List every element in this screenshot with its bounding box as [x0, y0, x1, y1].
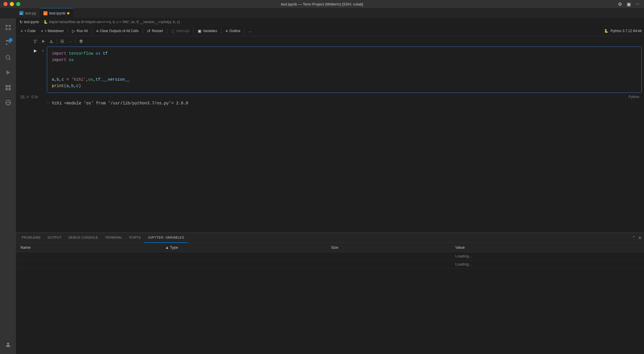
- loading-name-2: [16, 260, 161, 268]
- kernel-label: Python 3.7.12 64-bit: [611, 29, 642, 33]
- plus-icon: +: [21, 29, 23, 33]
- restart-button[interactable]: ↺ Restart: [145, 28, 166, 34]
- more-button[interactable]: ...: [246, 28, 254, 34]
- cell-wrapper: ▶ ▾ import tensorflow as tf: [32, 47, 642, 93]
- cell-run-btn[interactable]: [40, 38, 47, 45]
- svg-rect-14: [60, 42, 64, 43]
- cell-split-btn[interactable]: [59, 38, 66, 45]
- activity-item-remote[interactable]: [1, 96, 15, 110]
- tab-test-py[interactable]: py test.py: [16, 8, 40, 18]
- loading-size-1: [326, 252, 451, 260]
- add-code-button[interactable]: + + Code: [18, 28, 38, 34]
- cell-run-button[interactable]: ▶: [32, 47, 39, 54]
- svg-rect-8: [8, 85, 10, 87]
- panel-tab-problems[interactable]: PROBLEMS: [18, 233, 44, 243]
- panel-tab-terminal[interactable]: TERMINAL: [102, 233, 126, 243]
- code-cell-container: ▶ ▾ import tensorflow as tf: [16, 47, 644, 93]
- activity-item-search[interactable]: [1, 51, 15, 64]
- toolbar-separator-5: [193, 28, 194, 34]
- code-line-6: print ( a , b , c ): [52, 83, 637, 89]
- notebook-area: ··· ▶ ▾ import: [16, 36, 644, 233]
- activity-item-run[interactable]: [1, 66, 15, 80]
- arg-a: a: [66, 83, 69, 89]
- cell-run-above-btn[interactable]: [32, 38, 39, 45]
- cell-run-below-btn[interactable]: [48, 38, 55, 45]
- col-name[interactable]: Name: [16, 243, 161, 252]
- toolbar-separator-1: [68, 28, 68, 34]
- panel-area: PROBLEMS OUTPUT DEBUG CONSOLE TERMINAL P…: [16, 233, 644, 354]
- cell-success-icon: ✓: [26, 95, 30, 99]
- panel-close-icon[interactable]: ✕: [638, 235, 642, 241]
- code-line-2: import os: [52, 57, 637, 63]
- cell-status-bar: [3] ✓ 0.2s Python: [16, 94, 644, 100]
- breadcrumb-notebook[interactable]: test.ipynb: [24, 20, 39, 24]
- variables-table: Name ▲ Type Size Value: [16, 243, 644, 268]
- minimize-button[interactable]: [10, 2, 14, 6]
- source-control-badge: 1: [9, 38, 13, 42]
- panel-tabs: PROBLEMS OUTPUT DEBUG CONSOLE TERMINAL P…: [16, 233, 644, 243]
- cell-language: Python: [629, 95, 639, 99]
- fn-print: print: [52, 83, 64, 89]
- markdown-plus-icon: +: [41, 29, 43, 33]
- cell-tool-sep-2: [76, 39, 76, 44]
- panel-tab-output[interactable]: OUTPUT: [44, 233, 65, 243]
- tab-label-test-ipynb: test.ipynb: [49, 11, 65, 15]
- activity-item-explorer[interactable]: [1, 21, 15, 34]
- panel-tab-debug[interactable]: DEBUG CONSOLE: [65, 233, 101, 243]
- outline-button[interactable]: ≡ Outline: [223, 28, 243, 34]
- loading-size-2: [326, 260, 451, 268]
- more-icon[interactable]: ···: [636, 1, 639, 7]
- col-type[interactable]: ▲ Type: [161, 243, 326, 252]
- activity-item-extensions[interactable]: [1, 81, 15, 95]
- col-value[interactable]: Value: [451, 243, 644, 252]
- tab-bar: py test.py nb test.ipynb: [0, 8, 644, 18]
- layout-icon[interactable]: ▣: [627, 1, 631, 7]
- panel-tab-jupyter-variables[interactable]: JUPYTER: VARIABLES: [144, 233, 188, 243]
- arg-c: c: [76, 83, 78, 89]
- clear-outputs-button[interactable]: ≡ Clear Outputs of All Cells: [94, 28, 141, 34]
- breadcrumb: ↻ test.ipynb › 🐍 import tensorflow as tf…: [16, 18, 644, 26]
- svg-rect-13: [60, 40, 64, 40]
- activity-item-source-control[interactable]: 1: [1, 36, 15, 49]
- svg-rect-10: [8, 88, 10, 90]
- panel-collapse-icon[interactable]: ⌃: [632, 235, 636, 241]
- variables-panel: Name ▲ Type Size Value: [16, 243, 644, 354]
- toolbar-separator-4: [167, 28, 167, 34]
- breadcrumb-python-icon: 🐍: [43, 20, 48, 24]
- cell-expand-button[interactable]: ▾: [41, 47, 45, 54]
- toolbar-separator-7: [244, 28, 245, 34]
- svg-line-5: [9, 59, 11, 60]
- kernel-info[interactable]: 🐍 Python 3.7.12 64-bit: [604, 29, 642, 33]
- output-dots: ...: [41, 100, 50, 104]
- var-os-ref: os: [88, 76, 93, 83]
- settings-icon[interactable]: ⚙: [618, 1, 622, 7]
- cell-time: 0.2s: [31, 95, 38, 99]
- outline-icon: ≡: [225, 29, 228, 33]
- variables-button[interactable]: ▣ Variables: [195, 28, 219, 34]
- loading-name-1: [16, 252, 161, 260]
- cell-more-btn[interactable]: ···: [67, 38, 74, 45]
- activity-item-account[interactable]: [1, 338, 15, 352]
- add-markdown-button[interactable]: + + Markdown: [38, 28, 66, 34]
- module-tensorflow: tensorflow: [69, 50, 93, 57]
- cell-toolbar: ···: [16, 36, 644, 47]
- keyword-import-2: import: [52, 57, 66, 63]
- kernel-icon: 🐍: [604, 29, 608, 33]
- output-container: ... hihi <module 'os' from '/usr/lib/pyt…: [16, 100, 644, 109]
- restart-icon: ↺: [147, 29, 151, 33]
- close-button[interactable]: [3, 2, 8, 6]
- maximize-button[interactable]: [16, 2, 20, 6]
- table-header-row: Name ▲ Type Size Value: [16, 243, 644, 252]
- col-size[interactable]: Size: [326, 243, 451, 252]
- code-line-5: a , b , c = 'hihi' , os: [52, 76, 637, 83]
- code-content[interactable]: import tensorflow as tf import: [47, 47, 641, 93]
- panel-tab-ports[interactable]: PORTS: [126, 233, 144, 243]
- svg-point-6: [6, 71, 7, 72]
- code-line-1: import tensorflow as tf: [52, 50, 637, 57]
- interrupt-button[interactable]: ◻ Interrupt: [169, 28, 192, 34]
- tab-test-ipynb[interactable]: nb test.ipynb: [40, 8, 73, 18]
- svg-point-12: [7, 343, 9, 345]
- cell-delete-btn[interactable]: [78, 38, 85, 45]
- run-all-button[interactable]: ▷ Run All: [70, 28, 90, 34]
- toolbar-separator-3: [143, 28, 143, 34]
